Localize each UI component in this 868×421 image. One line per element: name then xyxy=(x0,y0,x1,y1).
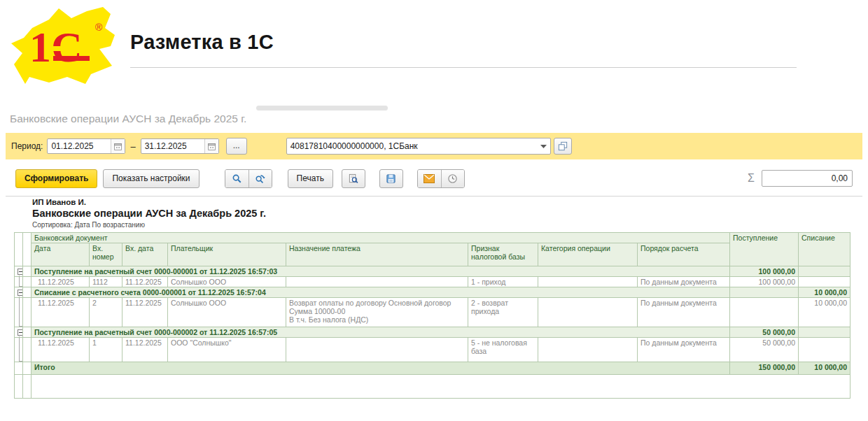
tree-line xyxy=(19,338,20,362)
group-outcome xyxy=(799,266,850,277)
account-value[interactable]: 40817810400000000000, 1СБанк xyxy=(287,141,538,151)
cell-outcome: 10 000,00 xyxy=(799,298,850,327)
cell-tax-base: 5 - не налоговая база xyxy=(468,338,538,362)
tree-gutter xyxy=(23,266,31,277)
search-icon xyxy=(232,173,242,184)
cell-in-number: 1112 xyxy=(90,277,122,287)
column-purpose: Назначение платежа xyxy=(286,243,468,266)
account-open-button[interactable] xyxy=(554,138,572,155)
generate-button[interactable]: Сформировать xyxy=(15,169,97,188)
tree-gutter xyxy=(15,327,23,338)
empty-space xyxy=(31,375,850,399)
date-from-value[interactable]: 01.12.2025 xyxy=(48,141,111,151)
cell-tax-base: 2 - возврат прихода xyxy=(468,298,538,327)
column-calc-order: Порядок расчета xyxy=(638,243,730,266)
send-button-group xyxy=(417,169,465,188)
print-preview-icon xyxy=(348,173,358,184)
cell-in-number: 2 xyxy=(90,298,122,327)
total-income: 150 000,00 xyxy=(730,362,799,375)
cell-in-date: 11.12.2025 xyxy=(122,338,168,362)
cell-date: 11.12.2025 xyxy=(31,277,90,287)
collapse-group-icon[interactable] xyxy=(18,329,23,336)
total-row: Итого 150 000,00 10 000,00 xyxy=(15,362,850,375)
date-from-field[interactable]: 01.12.2025 xyxy=(47,138,125,154)
total-label: Итого xyxy=(31,362,730,375)
cell-tax-base: 1 - приход xyxy=(468,277,538,287)
schedule-button[interactable] xyxy=(441,170,464,187)
trailing-row xyxy=(15,375,850,399)
cell-income: 50 000,00 xyxy=(730,338,799,362)
account-dropdown-button[interactable] xyxy=(538,138,550,154)
report-area: ИП Иванов И. Банковские операции АУСН за… xyxy=(0,198,868,399)
search-button-group xyxy=(225,169,272,188)
column-category: Категория операции xyxy=(538,243,638,266)
tree-line xyxy=(19,298,20,327)
send-mail-button[interactable] xyxy=(418,170,441,187)
group-row: Поступление на расчетный счет 0000-00000… xyxy=(15,266,850,277)
period-dash: – xyxy=(130,141,135,152)
calendar-icon xyxy=(207,142,216,151)
cell-category xyxy=(538,298,638,327)
cell-calc-order: По данным документа xyxy=(638,338,730,362)
column-date: Дата xyxy=(31,243,90,266)
cell-outcome xyxy=(799,338,850,362)
period-more-button[interactable]: ... xyxy=(226,138,247,155)
sum-field[interactable]: 0,00 xyxy=(762,170,853,187)
open-window-icon xyxy=(558,141,568,151)
logo-registered-mark: ® xyxy=(95,22,103,33)
group-row: Поступление на расчетный счет 0000-00000… xyxy=(15,327,850,338)
search-button[interactable] xyxy=(225,170,248,187)
column-in-date: Вх. дата xyxy=(122,243,168,266)
collapse-group-icon[interactable] xyxy=(18,290,23,296)
group-outcome: 10 000,00 xyxy=(799,287,850,298)
tree-gutter xyxy=(23,362,31,375)
group-title: Поступление на расчетный счет 0000-00000… xyxy=(31,266,730,277)
cell-date: 11.12.2025 xyxy=(31,298,90,327)
period-label: Период: xyxy=(11,141,43,151)
account-field[interactable]: 40817810400000000000, 1СБанк xyxy=(286,138,551,155)
date-to-value[interactable]: 31.12.2025 xyxy=(141,141,204,151)
group-row: Списание с расчетного счета 0000-000001 … xyxy=(15,287,850,298)
collapse-group-icon[interactable] xyxy=(18,269,23,275)
cell-in-number: 1 xyxy=(90,338,122,362)
column-payer: Плательщик xyxy=(168,243,286,266)
tree-gutter xyxy=(15,266,23,277)
calendar-icon xyxy=(113,142,122,151)
tree-gutter xyxy=(15,287,23,298)
cell-payer: Солнышко ООО xyxy=(168,277,286,287)
group-outcome xyxy=(799,327,850,338)
cell-category xyxy=(538,277,638,287)
tree-gutter xyxy=(23,287,31,298)
clock-icon xyxy=(447,173,458,184)
date-to-calendar-button[interactable] xyxy=(204,139,218,153)
envelope-icon xyxy=(424,174,435,183)
date-from-calendar-button[interactable] xyxy=(111,139,125,153)
tree-gutter xyxy=(23,375,31,399)
tree-gutter xyxy=(23,298,31,327)
column-group-bank-document: Банковский документ xyxy=(31,233,730,243)
toolbar-divider xyxy=(6,196,862,197)
detail-row: 11.12.2025 2 11.12.2025 Солнышко ООО Воз… xyxy=(15,298,850,327)
tree-gutter xyxy=(23,327,31,338)
save-button[interactable] xyxy=(379,169,403,188)
sigma-icon: Σ xyxy=(748,172,755,185)
tree-gutter xyxy=(15,277,23,287)
cell-purpose xyxy=(286,338,468,362)
date-to-field[interactable]: 31.12.2025 xyxy=(141,138,219,154)
search-next-button[interactable] xyxy=(248,170,272,187)
report-owner: ИП Иванов И. xyxy=(32,198,868,206)
tree-gutter xyxy=(23,277,31,287)
cell-purpose xyxy=(286,277,468,287)
chevron-down-icon xyxy=(540,144,547,148)
show-settings-button[interactable]: Показать настройки xyxy=(103,169,199,188)
group-title: Списание с расчетного счета 0000-000001 … xyxy=(31,287,730,298)
print-preview-button[interactable] xyxy=(342,169,365,188)
detail-row: 11.12.2025 1 11.12.2025 ООО "Солнышко" 5… xyxy=(15,338,850,362)
splitter-handle[interactable] xyxy=(256,106,388,110)
cell-date: 11.12.2025 xyxy=(31,338,90,362)
table-header-row-1: Банковский документ Поступление Списание xyxy=(15,233,850,243)
tree-gutter xyxy=(15,298,23,327)
tree-gutter xyxy=(23,233,31,266)
print-button[interactable]: Печать xyxy=(288,169,333,188)
group-income xyxy=(730,287,799,298)
